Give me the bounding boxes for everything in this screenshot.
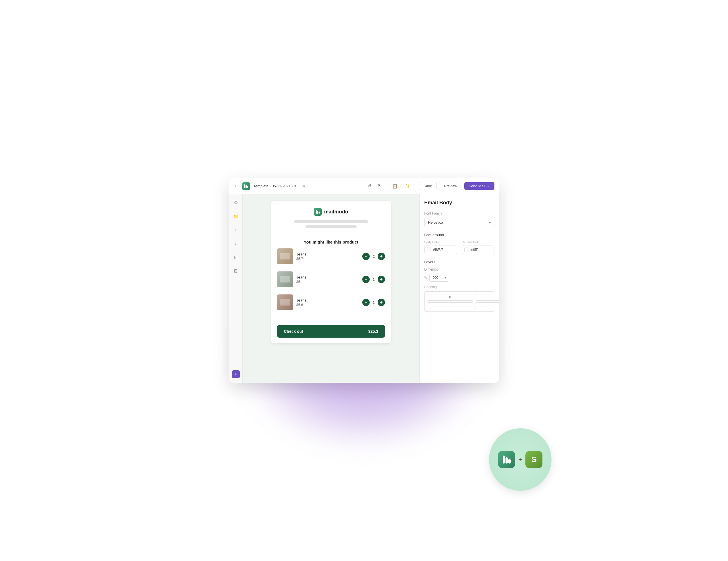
sidebar-copy-icon[interactable]: ⊡ [232,253,240,261]
mailmodo-logo-icon [314,208,322,216]
product-info: Jeans $5.8 [296,298,359,307]
canvas-color-label: Canvas Color [462,240,495,244]
placeholder-line-2 [305,225,357,228]
padding-left-input[interactable] [475,302,499,309]
divider [387,183,387,189]
decrease-qty-button[interactable]: − [362,276,370,283]
background-title: Background [424,233,494,237]
send-mail-button[interactable]: Send Mail → [464,182,494,190]
font-family-section: Font Family Helvetica Arial Georgia [424,211,494,227]
decrease-qty-button[interactable]: − [362,299,370,306]
sidebar-down-icon[interactable]: ↓ [232,240,240,248]
font-family-label: Font Family [424,211,494,215]
product-name: Jeans [296,252,359,256]
svg-rect-2 [247,186,248,188]
layout-section: Layout Dimension W 600 800 1000 Padding [424,260,494,312]
canvas-area: mailmodo You might like this product [243,194,419,383]
product-price: $5.7 [296,257,359,261]
svg-rect-1 [246,185,247,188]
dimension-row: W 600 800 1000 [424,274,494,282]
quantity-control: − 2 + [362,253,385,260]
quantity-control: − 1 + [362,276,385,283]
qty-value: 1 [372,300,375,305]
product-name: Jeans [296,298,359,302]
main-content: ⚙ 📁 ↑ ↓ ⊡ 🗑 + [229,194,499,383]
background-section: Background Body Color #f8f8f8 Canvas Col… [424,233,494,254]
edit-title-icon[interactable]: ✏ [302,184,306,188]
body-color-swatch [427,248,431,252]
qty-value: 1 [372,277,375,282]
sidebar-up-icon[interactable]: ↑ [232,226,240,234]
decrease-qty-button[interactable]: − [362,253,370,260]
svg-rect-0 [244,184,245,188]
sidebar-settings-icon[interactable]: ⚙ [232,199,240,207]
body-color-label: Body Color [424,240,457,244]
background-colors: Body Color #f8f8f8 Canvas Color #ffffff [424,240,494,254]
product-image [277,248,293,264]
product-price: $5.1 [296,280,359,284]
topbar: ← Template - 05-11-2021 - 0... ✏ ↺ ↻ 📋 ✨… [229,178,499,194]
checkout-button[interactable]: Check out $25.3 [277,325,385,338]
layout-title: Layout [424,260,494,264]
product-price: $5.8 [296,303,359,307]
svg-rect-8 [508,459,511,464]
sidebar-folder-icon[interactable]: 📁 [232,212,240,220]
shopify-letter: S [531,455,537,464]
padding-top-input[interactable] [427,294,473,301]
canvas-color-value: #ffffff [471,248,478,252]
svg-rect-4 [317,211,318,214]
back-button[interactable]: ← [234,183,239,189]
product-info: Jeans $5.7 [296,252,359,261]
preview-button[interactable]: Preview [439,182,462,190]
product-section-title: You might like this product [277,240,385,244]
padding-right-input[interactable] [475,294,499,301]
template-title: Template - 05-11-2021 - 0... [253,184,299,188]
checkout-price: $25.3 [368,329,378,334]
increase-qty-button[interactable]: + [378,299,385,306]
product-section: You might like this product Jeans $5.7 [271,235,391,322]
quantity-control: − 1 + [362,299,385,306]
shopify-badge-logo: S [525,451,542,468]
product-info: Jeans $5.1 [296,275,359,284]
shopify-badge: + S [489,428,552,491]
increase-qty-button[interactable]: + [378,276,385,283]
svg-rect-6 [503,456,505,464]
editor-window: ← Template - 05-11-2021 - 0... ✏ ↺ ↻ 📋 ✨… [229,178,499,383]
mailmodo-brand-name: mailmodo [324,209,348,215]
magic-icon-button[interactable]: ✨ [403,182,412,190]
sidebar-delete-icon[interactable]: 🗑 [232,267,240,275]
email-header: mailmodo [271,201,391,235]
width-label: W [424,276,427,279]
padding-box [424,291,494,312]
product-image [277,271,293,287]
product-item: Jeans $5.1 − 1 + [277,271,385,291]
canvas-color-input[interactable]: #ffffff [462,246,495,254]
topbar-actions: Save Preview Send Mail → [419,182,494,190]
body-color-input[interactable]: #f8f8f8 [424,246,457,254]
width-select[interactable]: 600 800 1000 [429,274,449,282]
font-family-select[interactable]: Helvetica Arial Georgia [424,218,494,227]
app-logo [242,182,250,190]
email-canvas: mailmodo You might like this product [271,201,391,343]
right-panel: Email Body Font Family Helvetica Arial G… [419,194,499,383]
qty-value: 2 [372,254,375,259]
undo-button[interactable]: ↺ [366,182,373,190]
padding-bottom-input[interactable] [427,302,473,309]
plus-icon: + [519,456,522,463]
product-name: Jeans [296,275,359,279]
sidebar-add-button[interactable]: + [232,370,240,378]
save-button[interactable]: Save [419,182,437,190]
template-icon-button[interactable]: 📋 [390,182,400,190]
product-image [277,294,293,310]
padding-label: Padding [424,285,494,289]
svg-rect-7 [506,457,508,464]
increase-qty-button[interactable]: + [378,253,385,260]
mailmodo-badge-logo [498,451,515,468]
body-color-value: #f8f8f8 [433,248,444,252]
dimension-label: Dimension [424,267,494,271]
svg-rect-3 [316,210,317,214]
canvas-color-item: Canvas Color #ffffff [462,240,495,254]
placeholder-line-1 [294,220,368,223]
checkout-label: Check out [284,329,303,334]
redo-button[interactable]: ↻ [376,182,383,190]
